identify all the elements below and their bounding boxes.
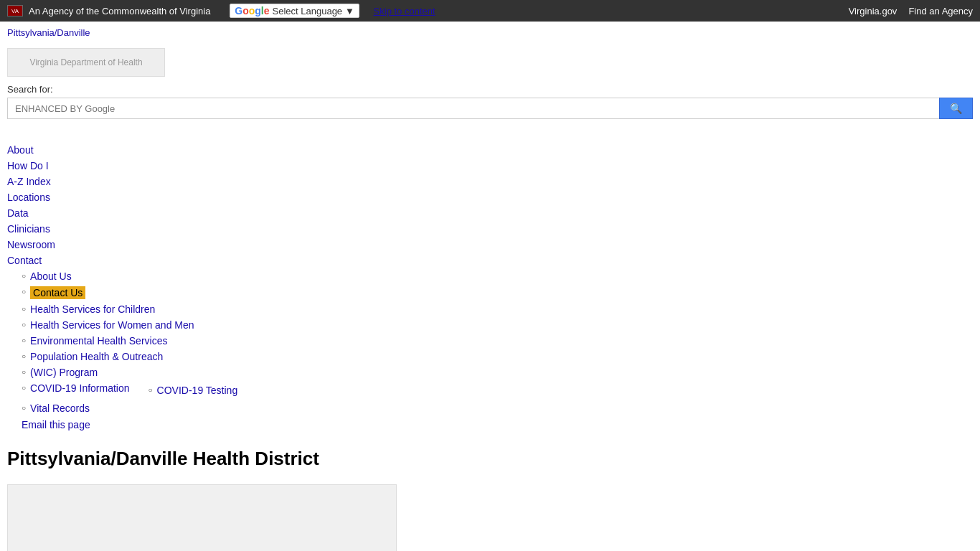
main-nav-item-empty: [7, 126, 973, 142]
main-nav-item-contact: Contact: [7, 253, 973, 268]
sub-nav-link-contact-us[interactable]: Contact Us: [30, 286, 85, 299]
top-bar: VA An Agency of the Commonwealth of Virg…: [0, 0, 980, 22]
main-nav-link-clinicians[interactable]: Clinicians: [7, 223, 50, 235]
vdh-logo: Virginia Department of Health: [7, 48, 165, 77]
search-row: 🔍: [7, 98, 973, 119]
logo-alt-text: Virginia Department of Health: [29, 57, 142, 67]
main-nav-item-how-do-i: How Do I: [7, 158, 973, 174]
search-input[interactable]: [7, 98, 939, 119]
sub-nav-item-contact-us: Contact Us: [22, 284, 973, 301]
agency-text: An Agency of the Commonwealth of Virgini…: [29, 6, 210, 17]
main-nav-link-empty[interactable]: [7, 128, 10, 140]
logo-area: Virginia Department of Health: [0, 44, 980, 81]
sub-nav-item-covid: COVID-19 Information COVID-19 Testing: [22, 380, 973, 400]
dropdown-arrow-icon: ▼: [345, 6, 354, 17]
main-nav-list: About How Do I A-Z Index Locations Data …: [7, 126, 973, 268]
sub-nav-item-vital-records: Vital Records: [22, 400, 973, 416]
find-agency-link[interactable]: Find an Agency: [908, 6, 973, 17]
sub-nav-item-population-health: Population Health & Outreach: [22, 349, 973, 364]
main-nav-item-about: About: [7, 142, 973, 158]
main-nav-link-how-do-i[interactable]: How Do I: [7, 160, 49, 171]
main-nav-item-az-index: A-Z Index: [7, 174, 973, 189]
search-label: Search for:: [7, 84, 973, 95]
sub-nav-link-health-children[interactable]: Health Services for Children: [30, 303, 155, 315]
sub-sub-nav-link-covid-testing[interactable]: COVID-19 Testing: [157, 385, 238, 396]
search-icon: 🔍: [950, 103, 962, 114]
email-this-page-section: Email this page: [14, 416, 980, 433]
sub-nav-link-env-health[interactable]: Environmental Health Services: [30, 335, 167, 347]
sub-nav: About Us Contact Us Health Services for …: [14, 268, 980, 416]
page-title-section: Pittsylvania/Danville Health District: [0, 433, 980, 477]
sub-nav-item-env-health: Environmental Health Services: [22, 333, 973, 349]
top-bar-right: Virginia.gov Find an Agency: [849, 6, 973, 17]
search-button[interactable]: 🔍: [939, 98, 973, 119]
google-logo: Google: [235, 5, 269, 17]
breadcrumb-link[interactable]: Pittsylvania/Danville: [7, 27, 90, 38]
sub-nav-link-about-us[interactable]: About Us: [30, 270, 72, 282]
main-nav-item-data: Data: [7, 205, 973, 221]
main-nav-link-about[interactable]: About: [7, 144, 34, 156]
virginia-gov-link[interactable]: Virginia.gov: [849, 6, 897, 17]
translate-widget[interactable]: Google Select Language ▼: [230, 4, 359, 18]
sub-nav-link-population-health[interactable]: Population Health & Outreach: [30, 351, 163, 362]
sub-nav-link-health-women-men[interactable]: Health Services for Women and Men: [30, 319, 194, 331]
sub-nav-item-health-children: Health Services for Children: [22, 301, 973, 317]
breadcrumb: Pittsylvania/Danville: [0, 22, 980, 44]
sub-nav-list: About Us Contact Us Health Services for …: [22, 268, 973, 416]
main-image: [7, 484, 397, 551]
main-nav: About How Do I A-Z Index Locations Data …: [0, 126, 980, 268]
main-nav-link-newsroom[interactable]: Newsroom: [7, 239, 55, 250]
search-area: Search for: 🔍: [0, 81, 980, 126]
sub-sub-nav-item-covid-testing: COVID-19 Testing: [149, 382, 238, 398]
main-nav-link-locations[interactable]: Locations: [7, 192, 50, 203]
sub-nav-item-health-women-men: Health Services for Women and Men: [22, 317, 973, 333]
page-title: Pittsylvania/Danville Health District: [7, 448, 973, 470]
main-nav-item-clinicians: Clinicians: [7, 221, 973, 237]
main-nav-link-contact[interactable]: Contact: [7, 255, 42, 266]
main-nav-item-newsroom: Newsroom: [7, 237, 973, 253]
sub-nav-item-about-us: About Us: [22, 268, 973, 284]
skip-to-content-link[interactable]: Skip to content: [374, 6, 435, 17]
main-nav-item-locations: Locations: [7, 189, 973, 205]
select-language-label: Select Language: [273, 6, 343, 17]
sub-nav-link-covid[interactable]: COVID-19 Information: [30, 382, 130, 394]
top-bar-left: VA An Agency of the Commonwealth of Virg…: [7, 4, 435, 18]
covid-sub-nav: COVID-19 Testing: [149, 382, 238, 398]
main-nav-link-az-index[interactable]: A-Z Index: [7, 176, 51, 187]
va-flag-icon: VA: [7, 5, 23, 17]
main-nav-link-data[interactable]: Data: [7, 207, 29, 219]
sub-nav-link-wic[interactable]: (WIC) Program: [30, 367, 98, 378]
sub-nav-link-vital-records[interactable]: Vital Records: [30, 402, 90, 414]
email-this-page-link[interactable]: Email this page: [22, 419, 90, 430]
sub-nav-item-wic: (WIC) Program: [22, 364, 973, 380]
